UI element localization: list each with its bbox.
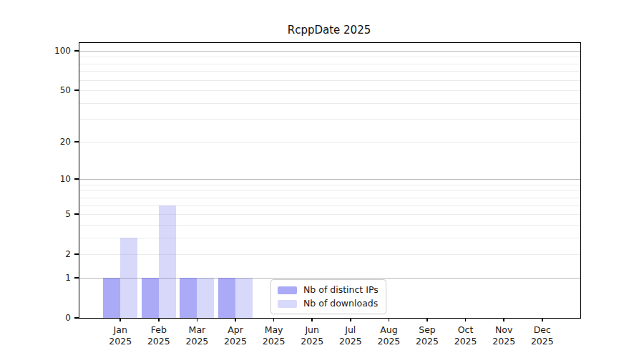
x-axis-tick bbox=[465, 318, 467, 321]
bar-downloads bbox=[235, 278, 253, 318]
gridline-minor bbox=[79, 64, 580, 64]
gridline-major bbox=[79, 51, 580, 52]
x-axis-tick bbox=[119, 318, 121, 321]
gridline-minor bbox=[79, 57, 580, 57]
gridline-minor bbox=[79, 103, 580, 104]
y-axis-tick bbox=[74, 178, 79, 180]
x-axis-tick-label: Dec2025 bbox=[519, 324, 565, 347]
gridline-minor bbox=[79, 185, 580, 185]
chart-title: RcppDate 2025 bbox=[79, 24, 580, 39]
x-axis-tick bbox=[158, 318, 160, 321]
gridline-minor bbox=[79, 119, 580, 120]
gridline-minor bbox=[79, 198, 580, 198]
legend-label-distinct-ips: Nb of distinct IPs bbox=[303, 285, 379, 295]
y-axis-tick-label: 0 bbox=[42, 314, 71, 322]
y-axis-tick-label: 50 bbox=[42, 86, 71, 95]
bar-distinct-ips bbox=[142, 278, 159, 318]
gridline-minor bbox=[79, 214, 580, 215]
gridline-minor bbox=[79, 190, 580, 191]
bar-downloads bbox=[120, 238, 137, 318]
y-axis-tick-label: 2 bbox=[42, 250, 71, 258]
gridline-minor bbox=[79, 254, 580, 255]
x-axis-tick bbox=[235, 318, 236, 321]
y-axis-tick bbox=[74, 277, 79, 279]
y-axis-tick bbox=[74, 213, 79, 215]
y-axis-tick bbox=[74, 253, 79, 255]
bar-distinct-ips bbox=[218, 278, 235, 318]
y-axis-tick bbox=[74, 90, 79, 91]
x-axis-tick bbox=[389, 318, 390, 321]
x-axis-tick bbox=[503, 318, 504, 321]
y-axis-tick-label: 20 bbox=[42, 137, 71, 146]
x-axis-tick bbox=[542, 318, 543, 321]
y-axis-tick-label: 1 bbox=[42, 274, 71, 282]
legend-item-downloads: Nb of downloads bbox=[278, 299, 379, 309]
legend: Nb of distinct IPs Nb of downloads bbox=[270, 279, 386, 314]
gridline-major bbox=[79, 179, 580, 180]
x-axis-tick bbox=[197, 318, 198, 321]
x-label-month: Dec bbox=[519, 324, 565, 336]
gridline-minor bbox=[79, 142, 580, 142]
x-axis-tick bbox=[311, 318, 313, 321]
gridline-minor bbox=[79, 80, 580, 81]
plot-area: 0125102050100Jan2025Feb2025Mar2025Apr202… bbox=[79, 42, 581, 319]
gridline-minor bbox=[79, 225, 580, 226]
gridline-minor bbox=[79, 90, 580, 91]
y-axis-tick bbox=[74, 50, 79, 52]
figure: RcppDate 2025 0125102050100Jan2025Feb202… bbox=[0, 0, 644, 358]
y-axis-tick bbox=[74, 141, 79, 142]
y-axis-tick-label: 5 bbox=[42, 210, 71, 218]
y-axis-tick-label: 10 bbox=[42, 175, 71, 183]
bar-distinct-ips bbox=[180, 278, 197, 318]
legend-swatch-downloads bbox=[278, 300, 297, 308]
y-axis-tick bbox=[74, 317, 79, 319]
bar-downloads bbox=[197, 278, 214, 318]
bar-downloads bbox=[159, 205, 176, 318]
x-axis-tick bbox=[273, 318, 275, 321]
gridline-minor bbox=[79, 238, 580, 238]
gridline-minor bbox=[79, 71, 580, 72]
legend-label-downloads: Nb of downloads bbox=[303, 299, 378, 309]
legend-swatch-distinct-ips bbox=[278, 286, 297, 294]
x-axis-tick bbox=[350, 318, 351, 321]
legend-item-distinct-ips: Nb of distinct IPs bbox=[278, 285, 379, 295]
gridline-minor bbox=[79, 205, 580, 206]
y-axis-tick-label: 100 bbox=[42, 47, 71, 55]
x-label-year: 2025 bbox=[519, 336, 565, 347]
x-axis-tick bbox=[426, 318, 428, 321]
bar-distinct-ips bbox=[103, 278, 120, 318]
